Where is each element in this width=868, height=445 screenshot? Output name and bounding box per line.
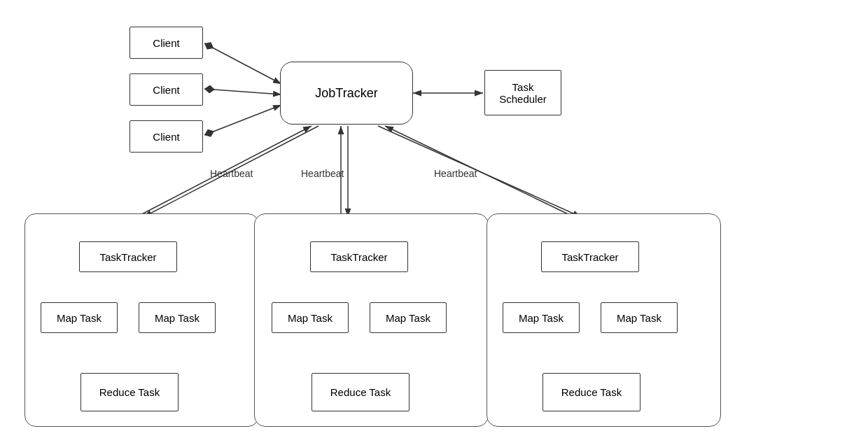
- tasktracker2-box: TaskTracker: [310, 241, 408, 272]
- svg-line-5: [204, 89, 281, 94]
- reducetask1-box: Reduce Task: [80, 373, 178, 411]
- jobtracker-box: JobTracker: [280, 62, 413, 125]
- heartbeat1-label: Heartbeat: [210, 168, 253, 179]
- maptask3a-box: Map Task: [503, 302, 580, 333]
- tasktracker1-box: TaskTracker: [79, 241, 177, 272]
- taskscheduler-box: Task Scheduler: [484, 70, 561, 115]
- diagram-container: Client Client Client JobTracker Task Sch…: [0, 0, 868, 445]
- heartbeat3-label: Heartbeat: [434, 168, 477, 179]
- svg-line-6: [204, 105, 281, 135]
- maptask1a-box: Map Task: [41, 302, 118, 333]
- svg-line-10: [378, 126, 581, 217]
- reducetask2-box: Reduce Task: [312, 373, 410, 411]
- maptask2a-box: Map Task: [272, 302, 349, 333]
- maptask2b-box: Map Task: [370, 302, 447, 333]
- svg-line-13: [385, 126, 574, 217]
- maptask1b-box: Map Task: [139, 302, 216, 333]
- reducetask3-box: Reduce Task: [542, 373, 640, 411]
- tasktracker3-box: TaskTracker: [541, 241, 639, 272]
- heartbeat2-label: Heartbeat: [301, 168, 344, 179]
- client2-box: Client: [130, 73, 203, 106]
- client3-box: Client: [130, 120, 203, 153]
- maptask3b-box: Map Task: [601, 302, 678, 333]
- client1-box: Client: [130, 27, 203, 59]
- svg-line-4: [204, 43, 281, 84]
